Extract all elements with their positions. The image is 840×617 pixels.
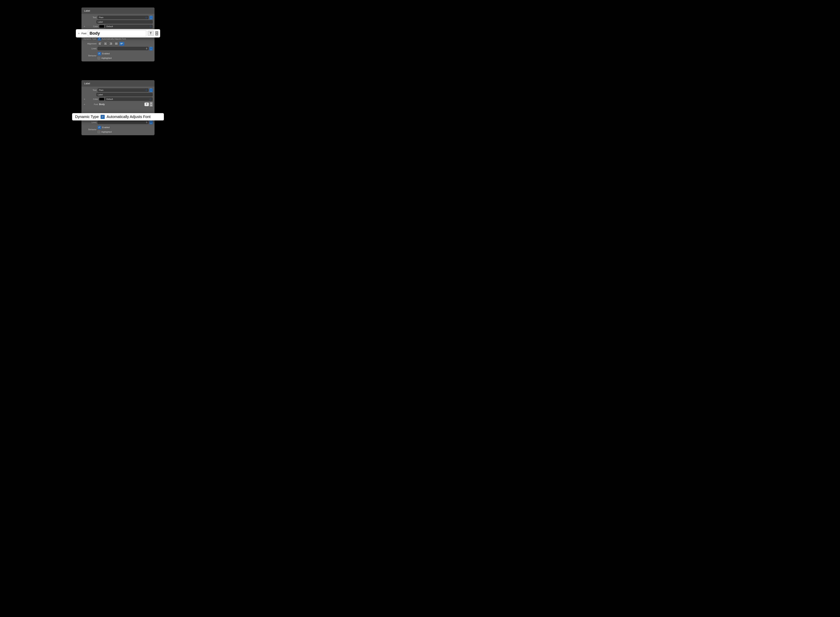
panel1-align-justify-icon xyxy=(115,43,118,44)
panel1-dynamic-type-content: Automatically Adjusts Font xyxy=(97,37,153,40)
top-panel-wrapper: Label Text Plain ⬡ ⌃⌄ Label xyxy=(81,7,155,61)
panel2-color-label: Color xyxy=(87,98,98,100)
panel1-color-plus-btn[interactable]: + xyxy=(83,25,86,28)
panel1-lines-stepper[interactable]: ⌃⌄ xyxy=(149,47,153,50)
panel1-align-center-icon xyxy=(104,43,107,44)
panel1-header: Label xyxy=(81,7,155,14)
panel1-align-justify-btn[interactable] xyxy=(114,42,119,46)
panel1-text-stepper[interactable]: ⌃⌄ xyxy=(149,16,153,19)
bottom-inspector-panel: Label Text Plain ⬡ ⌃⌄ Label xyxy=(81,80,155,135)
font-stepper-dn-btn[interactable]: ▼ xyxy=(155,33,158,35)
panel1-lines-label: Lines xyxy=(83,47,96,50)
panel1-lines-field[interactable]: 0 xyxy=(97,47,149,50)
panel2-lines-stepper[interactable]: ⌃⌄ xyxy=(149,120,153,124)
panel1-alignment-label: Alignment xyxy=(83,43,96,45)
panel2-font-stepper: ▲ ▼ xyxy=(150,102,153,106)
panel2-color-content: Default ⬡ xyxy=(99,97,153,101)
panel2-text-stepper-arrows: ⌃⌄ xyxy=(150,88,152,92)
panel1-label-text-value: Label xyxy=(98,21,103,23)
panel2-font-value: Body xyxy=(99,103,105,106)
panel1-text-row: Text Plain ⬡ ⌃⌄ xyxy=(81,15,155,20)
panel2-font-label: Font xyxy=(87,103,98,105)
panel1-enabled-label: Enabled xyxy=(102,52,109,55)
panel1-color-swatch[interactable] xyxy=(99,25,104,28)
panel2-lines-label: Lines xyxy=(83,121,96,124)
panel2-text-content: Plain ⬡ ⌃⌄ xyxy=(97,88,153,92)
font-t-button[interactable]: T xyxy=(148,31,154,36)
panel2-enabled-row: Enabled xyxy=(97,125,112,130)
dynamic-type-overlay: Dynamic Type Automatically Adjusts Font xyxy=(72,113,164,120)
panel1-color-select[interactable]: Default ⬡ xyxy=(105,25,153,28)
panel1-behavior-row: Behavior Enabled Highlighted xyxy=(81,51,155,60)
panel2-highlighted-checkbox[interactable] xyxy=(97,131,100,133)
panel2-lines-content: 0 ⌃⌄ xyxy=(97,120,153,124)
panel2-header: Label xyxy=(81,80,155,87)
panel2-body: Text Plain ⬡ ⌃⌄ Label xyxy=(81,87,155,135)
panel1-highlighted-row: Highlighted xyxy=(97,56,112,60)
panel2-title: Label xyxy=(84,82,90,85)
panel2-color-stepper-icon: ⬡ xyxy=(150,98,151,100)
panel2-lines-field[interactable]: 0 xyxy=(97,121,149,124)
panel2-enabled-checkbox[interactable] xyxy=(97,126,101,129)
panel1-alignment-content xyxy=(97,42,153,46)
panel2-font-stepper-up[interactable]: ▲ xyxy=(150,102,153,104)
panel1-text-content: Plain ⬡ ⌃⌄ xyxy=(97,16,153,19)
panel2-behavior-row: Behavior Enabled Highlighted xyxy=(81,125,155,134)
panel2-text-row: Text Plain ⬡ ⌃⌄ xyxy=(81,88,155,93)
font-stepper-up-btn[interactable]: ▲ xyxy=(155,31,158,33)
panel1-text-stepper-arrows: ⌃⌄ xyxy=(150,16,152,19)
panel2-font-content: Body T ▲ ▼ xyxy=(99,102,153,106)
panel1-lines-value: 0 xyxy=(146,47,147,50)
panel1-align-left-btn[interactable] xyxy=(97,42,102,46)
panel1-color-stepper-icon: ⬡ xyxy=(150,25,151,28)
panel2-font-row: + Font Body T ▲ ▼ xyxy=(81,102,155,107)
panel2-font-plus-btn[interactable]: + xyxy=(83,103,86,106)
panel1-enabled-checkbox[interactable] xyxy=(97,52,101,55)
panel2-label-text-field[interactable]: Label xyxy=(96,93,153,96)
panel2-color-plus-btn[interactable]: + xyxy=(83,97,86,100)
panel1-align-dashes-btn[interactable] xyxy=(119,42,124,46)
panel1-color-content: Default ⬡ xyxy=(99,25,153,28)
panel2-color-swatch[interactable] xyxy=(99,97,104,100)
panel2-highlighted-row: Highlighted xyxy=(97,130,112,134)
panel2-label-text-value: Label xyxy=(98,93,103,96)
panel1-align-right-btn[interactable] xyxy=(108,42,113,46)
panel1-dynamic-type-text: Automatically Adjusts Font xyxy=(102,38,126,40)
bottom-panel-wrapper: Label Text Plain ⬡ ⌃⌄ Label xyxy=(81,80,155,135)
panel2-color-select[interactable]: Default ⬡ xyxy=(105,97,153,101)
panel1-label-text-row: Label xyxy=(81,20,155,24)
panel2-lines-row: Lines 0 ⌃⌄ xyxy=(81,120,155,125)
panel1-label-text-field[interactable]: Label xyxy=(96,20,153,24)
panel1-highlighted-checkbox[interactable] xyxy=(97,57,100,59)
panel2-text-select[interactable]: Plain ⬡ xyxy=(97,89,149,92)
panel1-alignment-row: Alignment xyxy=(81,41,155,46)
panel2-text-value: Plain xyxy=(99,89,103,91)
panel1-text-select-value: Plain xyxy=(99,16,103,19)
panel2-text-stepper-icon: ⬡ xyxy=(146,89,147,91)
panel1-align-center-btn[interactable] xyxy=(103,42,108,46)
dynamic-type-overlay-checkbox[interactable] xyxy=(100,115,105,119)
panel1-text-label: Text xyxy=(83,16,96,19)
font-row-overlay: + Font T ▲ ▼ xyxy=(76,29,160,37)
panel1-color-label: Color xyxy=(87,25,98,28)
font-stepper: ▲ ▼ xyxy=(155,31,158,35)
font-overlay-plus-btn[interactable]: + xyxy=(78,32,80,35)
font-overlay-label: Font xyxy=(81,32,86,35)
panel1-dynamic-type-checkbox[interactable] xyxy=(97,37,101,40)
panel1-color-value: Default xyxy=(106,25,113,28)
dynamic-type-overlay-label: Dynamic Type xyxy=(75,115,99,119)
panel1-align-left-icon xyxy=(99,43,101,44)
panel1-lines-content: 0 ⌃⌄ xyxy=(97,47,153,50)
panel1-title: Label xyxy=(84,9,90,12)
panel2-color-row: + Color Default ⬡ xyxy=(81,97,155,102)
panel2-font-stepper-dn[interactable]: ▼ xyxy=(150,104,153,106)
panel2-text-stepper[interactable]: ⌃⌄ xyxy=(149,88,153,92)
panel1-dynamic-type-label: Dynamic Type xyxy=(83,38,96,40)
font-overlay-input[interactable] xyxy=(88,30,146,36)
panel1-behavior-content: Enabled Highlighted xyxy=(97,52,112,60)
panel1-text-select[interactable]: Plain ⬡ xyxy=(97,16,149,19)
panel2-color-value: Default xyxy=(106,98,113,100)
panel2-font-t-btn[interactable]: T xyxy=(145,102,149,106)
panel2-behavior-label: Behavior xyxy=(83,128,96,131)
panel1-text-stepper-icon: ⬡ xyxy=(146,16,147,19)
